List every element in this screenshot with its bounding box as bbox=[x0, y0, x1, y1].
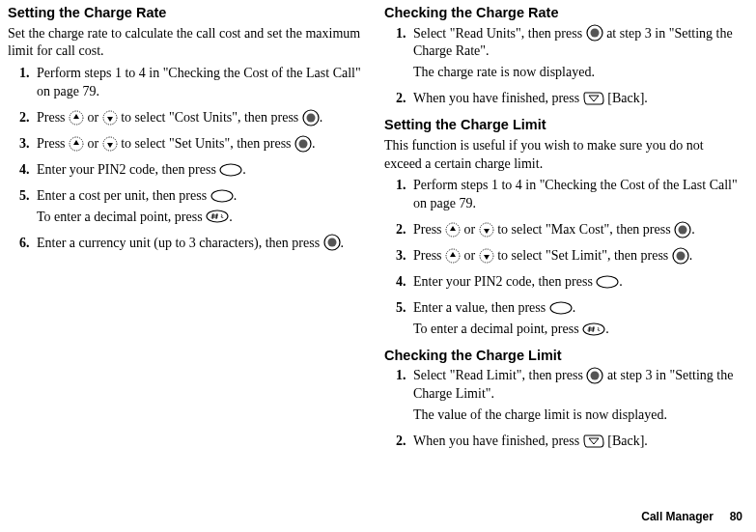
step-2: When you have finished, press [Back]. bbox=[409, 90, 742, 108]
step-text: The charge rate is now displayed. bbox=[413, 64, 742, 82]
nav-down-icon bbox=[102, 110, 118, 126]
step-text: . bbox=[312, 136, 316, 151]
heading-checking-charge-rate: Checking the Charge Rate bbox=[384, 4, 742, 23]
step-text: When you have finished, press bbox=[413, 434, 583, 448]
step-3: Press or to select "Set Limit", then pre… bbox=[409, 247, 742, 266]
step-5: Enter a cost per unit, then press . To e… bbox=[33, 187, 365, 227]
step-1: Select "Read Limit", then press at step … bbox=[409, 367, 742, 425]
page-footer: Call Manager 80 bbox=[641, 509, 742, 524]
step-2: Press or to select "Max Cost", then pres… bbox=[409, 221, 742, 239]
step-1: Select "Read Units", then press at step … bbox=[409, 25, 742, 83]
oval-key-icon bbox=[219, 163, 242, 177]
step-1: Perform steps 1 to 4 in "Checking the Co… bbox=[33, 65, 365, 101]
step-text: Enter a currency unit (up to 3 character… bbox=[37, 236, 323, 250]
step-text: . bbox=[573, 300, 576, 315]
center-key-icon bbox=[586, 24, 603, 42]
steps-checking-charge-limit: Select "Read Limit", then press at step … bbox=[384, 367, 742, 451]
step-text: Press bbox=[413, 222, 445, 237]
step-text: . bbox=[605, 322, 609, 336]
intro-setting-charge-limit: This function is useful if you wish to m… bbox=[384, 137, 742, 174]
step-text: to select "Max Cost", then press bbox=[497, 222, 674, 237]
step-text: When you have finished, press bbox=[413, 91, 583, 105]
steps-setting-charge-limit: Perform steps 1 to 4 in "Checking the Co… bbox=[384, 177, 742, 338]
step-text: To enter a decimal point, press bbox=[413, 322, 582, 336]
step-2: Press or to select "Cost Units", then pr… bbox=[33, 109, 365, 127]
step-text: To enter a decimal point, press bbox=[37, 210, 206, 224]
nav-down-icon bbox=[479, 248, 494, 264]
step-4: Enter your PIN2 code, then press . bbox=[33, 161, 365, 180]
hash-key-icon bbox=[582, 322, 605, 336]
center-key-icon bbox=[302, 109, 320, 126]
step-text: Perform steps 1 to 4 in "Checking the Co… bbox=[37, 66, 361, 98]
section-checking-charge-limit: Checking the Charge Limit Select "Read L… bbox=[384, 347, 742, 451]
section-setting-charge-rate: Setting the Charge Rate Set the charge r… bbox=[8, 4, 365, 252]
step-text: Enter a value, then press bbox=[413, 300, 549, 315]
step-3: Press or to select "Set Units", then pre… bbox=[33, 135, 365, 154]
center-key-icon bbox=[294, 135, 312, 153]
step-text: . bbox=[691, 222, 695, 237]
step-text: . bbox=[242, 162, 246, 177]
steps-checking-charge-rate: Select "Read Units", then press at step … bbox=[384, 25, 742, 109]
heading-setting-charge-rate: Setting the Charge Rate bbox=[8, 4, 365, 23]
nav-up-icon bbox=[69, 110, 84, 126]
step-text: to select "Cost Units", then press bbox=[121, 110, 302, 125]
center-key-icon bbox=[323, 234, 341, 251]
heading-checking-charge-limit: Checking the Charge Limit bbox=[384, 347, 742, 366]
step-text: Press bbox=[37, 110, 69, 125]
intro-setting-charge-rate: Set the charge rate to calculate the cal… bbox=[8, 25, 365, 62]
right-softkey-icon bbox=[583, 434, 604, 449]
step-4: Enter your PIN2 code, then press . bbox=[409, 273, 742, 292]
left-column: Setting the Charge Rate Set the charge r… bbox=[8, 4, 365, 459]
center-key-icon bbox=[674, 221, 691, 238]
nav-up-icon bbox=[445, 248, 461, 264]
section-checking-charge-rate: Checking the Charge Rate Select "Read Un… bbox=[384, 4, 742, 108]
step-text: Select "Read Units", then press bbox=[413, 26, 586, 41]
steps-setting-charge-rate: Perform steps 1 to 4 in "Checking the Co… bbox=[8, 65, 365, 252]
nav-down-icon bbox=[102, 136, 118, 152]
step-text: . bbox=[689, 248, 693, 263]
footer-page-number: 80 bbox=[730, 510, 742, 523]
step-text: Enter a cost per unit, then press bbox=[37, 188, 210, 203]
step-text: . bbox=[229, 210, 233, 224]
heading-setting-charge-limit: Setting the Charge Limit bbox=[384, 116, 742, 135]
footer-section-label: Call Manager bbox=[641, 510, 714, 523]
step-5: Enter a value, then press . To enter a d… bbox=[409, 299, 742, 339]
step-text: or bbox=[88, 136, 102, 151]
step-text: Press bbox=[413, 248, 445, 263]
step-2: When you have finished, press [Back]. bbox=[409, 433, 742, 451]
right-column: Checking the Charge Rate Select "Read Un… bbox=[384, 4, 742, 459]
nav-up-icon bbox=[445, 222, 461, 238]
step-text: to select "Set Units", then press bbox=[121, 136, 294, 151]
step-1: Perform steps 1 to 4 in "Checking the Co… bbox=[409, 177, 742, 213]
step-text: [Back]. bbox=[607, 434, 648, 448]
step-text: or bbox=[464, 248, 479, 263]
step-6: Enter a currency unit (up to 3 character… bbox=[33, 235, 365, 253]
center-key-icon bbox=[586, 367, 603, 384]
section-setting-charge-limit: Setting the Charge Limit This function i… bbox=[384, 116, 742, 339]
right-softkey-icon bbox=[583, 91, 604, 106]
step-text: . bbox=[619, 274, 623, 289]
nav-down-icon bbox=[479, 222, 494, 238]
step-text: or bbox=[88, 110, 102, 125]
step-text: to select "Set Limit", then press bbox=[497, 248, 672, 263]
oval-key-icon bbox=[549, 301, 573, 315]
oval-key-icon bbox=[210, 189, 234, 203]
step-text: . bbox=[320, 110, 323, 125]
hash-key-icon bbox=[206, 210, 229, 223]
step-text: Enter your PIN2 code, then press bbox=[37, 162, 219, 177]
step-text: . bbox=[341, 236, 345, 250]
step-text: Enter your PIN2 code, then press bbox=[413, 274, 596, 289]
oval-key-icon bbox=[596, 275, 619, 289]
center-key-icon bbox=[672, 247, 689, 265]
step-text: Select "Read Limit", then press bbox=[413, 368, 586, 382]
step-text: Press bbox=[37, 136, 69, 151]
step-text: The value of the charge limit is now dis… bbox=[413, 406, 742, 425]
step-text: [Back]. bbox=[607, 91, 648, 105]
step-text: . bbox=[234, 188, 238, 203]
step-text: or bbox=[464, 222, 479, 237]
step-text: Perform steps 1 to 4 in "Checking the Co… bbox=[413, 178, 738, 210]
nav-up-icon bbox=[69, 136, 84, 152]
